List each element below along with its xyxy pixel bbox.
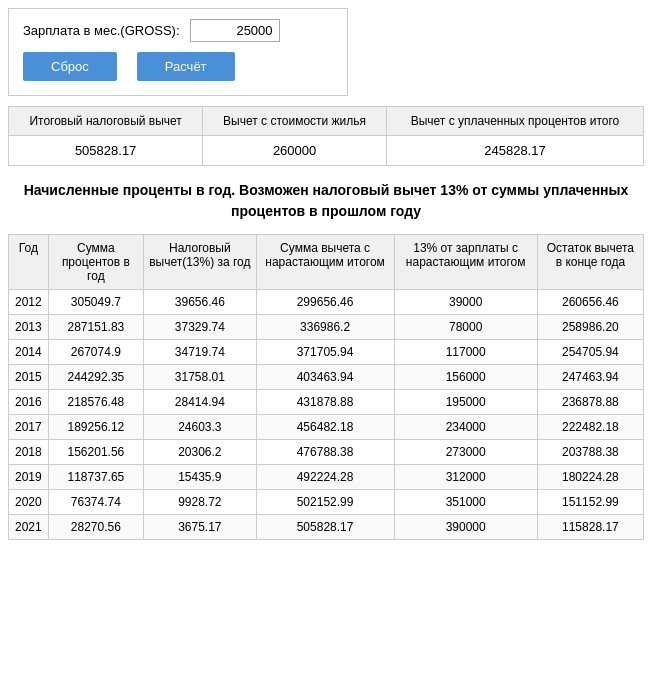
btn-row: Сброс Расчёт — [23, 52, 333, 81]
cell-9-1: 28270.56 — [48, 515, 143, 540]
cell-2-4: 117000 — [394, 340, 537, 365]
table-row: 2019118737.6515435.9492224.2831200018022… — [9, 465, 644, 490]
cell-6-3: 476788.38 — [256, 440, 394, 465]
cell-7-0: 2019 — [9, 465, 49, 490]
cell-2-3: 371705.94 — [256, 340, 394, 365]
cell-1-0: 2013 — [9, 315, 49, 340]
cell-3-1: 244292.35 — [48, 365, 143, 390]
cell-5-0: 2017 — [9, 415, 49, 440]
data-table: Год Сумма процентов в год Налоговый выче… — [8, 234, 644, 540]
summary-value-1: 260000 — [203, 136, 387, 166]
cell-7-5: 180224.28 — [537, 465, 643, 490]
table-row: 2018156201.5620306.2476788.3827300020378… — [9, 440, 644, 465]
data-header-1: Сумма процентов в год — [48, 235, 143, 290]
data-section: Год Сумма процентов в год Налоговый выче… — [8, 234, 644, 540]
cell-8-3: 502152.99 — [256, 490, 394, 515]
salary-row: Зарплата в мес.(GROSS): — [23, 19, 333, 42]
cell-0-4: 39000 — [394, 290, 537, 315]
cell-0-5: 260656.46 — [537, 290, 643, 315]
cell-2-2: 34719.74 — [144, 340, 257, 365]
cell-7-1: 118737.65 — [48, 465, 143, 490]
summary-value-row: 505828.17 260000 245828.17 — [9, 136, 644, 166]
cell-8-4: 351000 — [394, 490, 537, 515]
table-row: 2015244292.3531758.01403463.941560002474… — [9, 365, 644, 390]
summary-section: Итоговый налоговый вычет Вычет с стоимос… — [8, 106, 644, 166]
cell-7-3: 492224.28 — [256, 465, 394, 490]
table-row: 2012305049.739656.46299656.4639000260656… — [9, 290, 644, 315]
summary-header-row: Итоговый налоговый вычет Вычет с стоимос… — [9, 107, 644, 136]
cell-6-1: 156201.56 — [48, 440, 143, 465]
cell-1-5: 258986.20 — [537, 315, 643, 340]
summary-header-2: Вычет с уплаченных процентов итого — [386, 107, 643, 136]
summary-value-0: 505828.17 — [9, 136, 203, 166]
table-row: 2014267074.934719.74371705.9411700025470… — [9, 340, 644, 365]
cell-1-4: 78000 — [394, 315, 537, 340]
cell-3-3: 403463.94 — [256, 365, 394, 390]
summary-header-1: Вычет с стоимости жилья — [203, 107, 387, 136]
cell-4-1: 218576.48 — [48, 390, 143, 415]
table-row: 2016218576.4828414.94431878.881950002368… — [9, 390, 644, 415]
table-row: 202128270.563675.17505828.17390000115828… — [9, 515, 644, 540]
cell-1-3: 336986.2 — [256, 315, 394, 340]
cell-0-2: 39656.46 — [144, 290, 257, 315]
cell-4-5: 236878.88 — [537, 390, 643, 415]
summary-value-2: 245828.17 — [386, 136, 643, 166]
cell-6-2: 20306.2 — [144, 440, 257, 465]
summary-header-0: Итоговый налоговый вычет — [9, 107, 203, 136]
cell-0-3: 299656.46 — [256, 290, 394, 315]
cell-9-2: 3675.17 — [144, 515, 257, 540]
top-section: Зарплата в мес.(GROSS): Сброс Расчёт — [8, 8, 348, 96]
data-header-5: Остаток вычета в конце года — [537, 235, 643, 290]
cell-8-2: 9928.72 — [144, 490, 257, 515]
cell-1-1: 287151.83 — [48, 315, 143, 340]
reset-button[interactable]: Сброс — [23, 52, 117, 81]
cell-4-2: 28414.94 — [144, 390, 257, 415]
cell-6-5: 203788.38 — [537, 440, 643, 465]
cell-9-3: 505828.17 — [256, 515, 394, 540]
cell-7-4: 312000 — [394, 465, 537, 490]
cell-3-2: 31758.01 — [144, 365, 257, 390]
cell-5-1: 189256.12 — [48, 415, 143, 440]
cell-9-4: 390000 — [394, 515, 537, 540]
cell-4-4: 195000 — [394, 390, 537, 415]
cell-6-4: 273000 — [394, 440, 537, 465]
data-header-3: Сумма вычета с нарастающим итогом — [256, 235, 394, 290]
cell-6-0: 2018 — [9, 440, 49, 465]
cell-9-5: 115828.17 — [537, 515, 643, 540]
cell-5-3: 456482.18 — [256, 415, 394, 440]
table-row: 202076374.749928.72502152.99351000151152… — [9, 490, 644, 515]
cell-9-0: 2021 — [9, 515, 49, 540]
summary-table: Итоговый налоговый вычет Вычет с стоимос… — [8, 106, 644, 166]
cell-2-1: 267074.9 — [48, 340, 143, 365]
calc-button[interactable]: Расчёт — [137, 52, 235, 81]
description-text: Начисленные проценты в год. Возможен нал… — [8, 180, 644, 222]
cell-0-0: 2012 — [9, 290, 49, 315]
table-row: 2017189256.1224603.3456482.1823400022248… — [9, 415, 644, 440]
cell-5-2: 24603.3 — [144, 415, 257, 440]
cell-3-5: 247463.94 — [537, 365, 643, 390]
cell-4-3: 431878.88 — [256, 390, 394, 415]
table-row: 2013287151.8337329.74336986.278000258986… — [9, 315, 644, 340]
data-header-2: Налоговый вычет(13%) за год — [144, 235, 257, 290]
cell-8-5: 151152.99 — [537, 490, 643, 515]
cell-3-0: 2015 — [9, 365, 49, 390]
cell-5-5: 222482.18 — [537, 415, 643, 440]
cell-2-0: 2014 — [9, 340, 49, 365]
cell-8-1: 76374.74 — [48, 490, 143, 515]
cell-4-0: 2016 — [9, 390, 49, 415]
salary-label: Зарплата в мес.(GROSS): — [23, 23, 180, 38]
cell-3-4: 156000 — [394, 365, 537, 390]
cell-5-4: 234000 — [394, 415, 537, 440]
data-header-row: Год Сумма процентов в год Налоговый выче… — [9, 235, 644, 290]
data-header-0: Год — [9, 235, 49, 290]
cell-7-2: 15435.9 — [144, 465, 257, 490]
cell-0-1: 305049.7 — [48, 290, 143, 315]
cell-1-2: 37329.74 — [144, 315, 257, 340]
cell-8-0: 2020 — [9, 490, 49, 515]
data-header-4: 13% от зарплаты с нарастающим итогом — [394, 235, 537, 290]
cell-2-5: 254705.94 — [537, 340, 643, 365]
salary-input[interactable] — [190, 19, 280, 42]
